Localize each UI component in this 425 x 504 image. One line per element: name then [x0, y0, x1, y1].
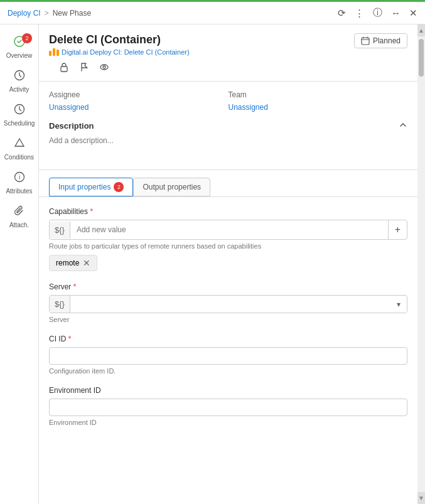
- assignee-value[interactable]: Unassigned: [49, 103, 229, 112]
- description-header: Description: [49, 121, 407, 131]
- overview-badge: 2: [22, 33, 32, 43]
- tab-output-properties[interactable]: Output properties: [133, 178, 210, 196]
- info-icon[interactable]: ⓘ: [373, 7, 382, 19]
- breadcrumb-part1[interactable]: Deploy CI: [8, 9, 41, 18]
- activity-icon: [14, 70, 25, 84]
- top-bar-actions: ⟳ ⋮ ⓘ ↔ ✕: [338, 7, 417, 19]
- tab-output-label: Output properties: [143, 183, 201, 191]
- main-content: Delete CI (Container) Digital.ai Deploy …: [39, 24, 417, 504]
- capabilities-input-row: ${} +: [49, 220, 407, 240]
- breadcrumb-separator: >: [45, 9, 49, 18]
- flag-icon[interactable]: [79, 62, 89, 75]
- refresh-icon[interactable]: ⟳: [338, 8, 346, 19]
- svg-rect-5: [362, 38, 369, 45]
- content-header: Delete CI (Container) Digital.ai Deploy …: [39, 24, 417, 82]
- assignee-block: Assignee Unassigned: [49, 90, 229, 112]
- expand-icon[interactable]: ↔: [391, 8, 401, 18]
- server-select-row: ${} ▾: [49, 295, 407, 313]
- ci-id-group: CI ID * Configuration item ID.: [49, 335, 407, 375]
- lock-icon[interactable]: [59, 62, 69, 75]
- server-label: Server *: [49, 282, 407, 291]
- env-id-input[interactable]: [49, 399, 407, 416]
- scheduling-icon: [14, 104, 25, 118]
- server-prefix: ${}: [50, 296, 70, 313]
- subtitle-text[interactable]: Digital.ai Deploy CI: Delete CI (Contain…: [62, 48, 190, 56]
- team-block: Team Unassigned: [229, 90, 408, 112]
- page-title: Delete CI (Container): [49, 33, 190, 46]
- sidebar-item-overview-label: Overview: [6, 52, 33, 60]
- subtitle-icon: [49, 48, 59, 56]
- sidebar-item-overview[interactable]: Overview 2: [0, 29, 38, 63]
- scrollbar[interactable]: ▲ ▼: [417, 24, 425, 504]
- scroll-thumb[interactable]: [419, 39, 424, 77]
- calendar-icon: [361, 36, 370, 45]
- description-input[interactable]: [49, 136, 407, 159]
- env-id-label: Environment ID: [49, 386, 407, 395]
- assignee-section: Assignee Unassigned Team Unassigned: [39, 82, 417, 121]
- capability-tag-remove[interactable]: ✕: [83, 258, 90, 268]
- svg-rect-6: [61, 67, 67, 72]
- capabilities-hint: Route jobs to particular types of remote…: [49, 242, 407, 250]
- capabilities-label: Capabilities *: [49, 207, 407, 216]
- description-section: Description: [39, 121, 417, 170]
- tab-input-label: Input properties: [58, 183, 110, 191]
- attributes-icon: i: [14, 171, 25, 186]
- ci-id-input[interactable]: [49, 347, 407, 365]
- sidebar-item-scheduling[interactable]: Scheduling: [0, 97, 38, 131]
- env-id-hint: Environment ID: [49, 419, 407, 426]
- properties-body: Capabilities * ${} + Route jobs to parti…: [39, 197, 417, 448]
- chevron-down-icon: ▾: [390, 296, 407, 313]
- properties-section: Input properties 2 Output properties Cap…: [39, 170, 417, 504]
- top-bar: Deploy CI > New Phase ⟳ ⋮ ⓘ ↔ ✕: [0, 2, 425, 24]
- conditions-icon: [14, 137, 25, 152]
- properties-tabs: Input properties 2 Output properties: [39, 170, 417, 197]
- sidebar-item-attributes-label: Attributes: [6, 188, 32, 195]
- close-icon[interactable]: ✕: [409, 8, 417, 19]
- sidebar-item-conditions-label: Conditions: [4, 154, 34, 161]
- scroll-up-button[interactable]: ▲: [417, 24, 425, 36]
- content-subtitle: Digital.ai Deploy CI: Delete CI (Contain…: [49, 48, 190, 56]
- sidebar-item-attach-label: Attach.: [9, 222, 29, 229]
- status-label: Planned: [373, 36, 401, 45]
- status-button[interactable]: Planned: [354, 33, 407, 48]
- breadcrumb: Deploy CI > New Phase: [8, 9, 91, 18]
- server-select[interactable]: [70, 296, 390, 313]
- breadcrumb-part2: New Phase: [53, 9, 91, 18]
- ci-id-label: CI ID *: [49, 335, 407, 343]
- sidebar: Overview 2 Activity Scheduling Condition…: [0, 24, 39, 504]
- capabilities-group: Capabilities * ${} + Route jobs to parti…: [49, 207, 407, 271]
- env-id-group: Environment ID Environment ID: [49, 386, 407, 426]
- capabilities-input[interactable]: [70, 222, 388, 238]
- ci-id-hint: Configuration item ID.: [49, 367, 407, 375]
- svg-point-7: [100, 65, 108, 70]
- sidebar-item-attach[interactable]: Attach.: [0, 199, 38, 233]
- svg-point-8: [103, 66, 105, 68]
- capabilities-add-button[interactable]: +: [388, 220, 407, 239]
- tab-input-properties[interactable]: Input properties 2: [49, 178, 133, 196]
- input-tab-badge: 2: [114, 182, 124, 192]
- sidebar-item-activity[interactable]: Activity: [0, 63, 38, 97]
- more-icon[interactable]: ⋮: [355, 8, 364, 19]
- server-hint: Server: [49, 316, 407, 323]
- team-label: Team: [229, 90, 408, 99]
- capabilities-prefix: ${}: [50, 222, 70, 239]
- sidebar-item-scheduling-label: Scheduling: [4, 120, 35, 127]
- sidebar-item-conditions[interactable]: Conditions: [0, 131, 38, 165]
- description-title: Description: [49, 121, 94, 131]
- capability-tag-remote: remote ✕: [49, 255, 97, 271]
- content-toolbar: [49, 56, 407, 75]
- collapse-icon[interactable]: [399, 121, 407, 131]
- sidebar-item-attributes[interactable]: i Attributes: [0, 165, 38, 199]
- sidebar-item-activity-label: Activity: [9, 86, 30, 94]
- scroll-down-button[interactable]: ▼: [417, 492, 425, 504]
- team-value[interactable]: Unassigned: [229, 103, 408, 112]
- svg-text:i: i: [18, 174, 19, 181]
- capability-tag-value: remote: [56, 259, 79, 267]
- attach-icon: [14, 205, 25, 220]
- assignee-label: Assignee: [49, 90, 229, 99]
- eye-icon[interactable]: [99, 62, 109, 75]
- server-group: Server * ${} ▾ Server: [49, 282, 407, 323]
